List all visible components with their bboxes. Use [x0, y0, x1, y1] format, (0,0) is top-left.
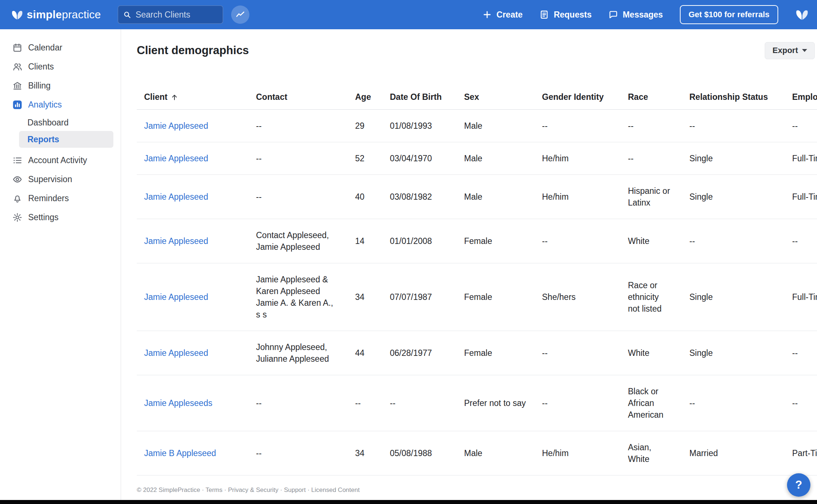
footer-link[interactable]: Privacy & Security [228, 486, 278, 493]
table-cell: He/him [542, 175, 628, 219]
table-cell: Race or ethnicity not listed [628, 263, 689, 331]
table-cell: Part-Time [792, 431, 817, 475]
table-cell: -- [256, 431, 355, 475]
table-cell: Jamie Appleseed [137, 263, 256, 331]
table-cell: 07/07/1987 [390, 263, 464, 331]
client-link[interactable]: Jamie Appleseed [144, 192, 208, 202]
bottom-strip [0, 500, 817, 504]
logo-regular: practice [62, 8, 101, 20]
table-cell: Contact Appleseed, Jamie Appleseed [256, 219, 355, 263]
create-button[interactable]: Create [482, 10, 523, 20]
table-cell: -- [689, 219, 792, 263]
table-cell: -- [542, 110, 628, 142]
sidebar-item-analytics[interactable]: Analytics [0, 95, 121, 114]
sort-ascending-icon [171, 94, 178, 101]
gear-icon [12, 212, 22, 222]
sidebar-item-label: Billing [28, 81, 50, 91]
sidebar-item-label: Settings [28, 212, 59, 222]
table-cell: -- [628, 142, 689, 175]
sidebar-item-reminders[interactable]: Reminders [0, 189, 121, 208]
table-cell: Black or African American [628, 375, 689, 431]
client-link[interactable]: Jamie Appleseeds [144, 398, 212, 408]
sidebar-item-billing[interactable]: Billing [0, 76, 121, 95]
table-cell: Asian, White [628, 431, 689, 475]
client-link[interactable]: Jamie B Appleseed [144, 448, 216, 458]
sidebar-item-calendar[interactable]: Calendar [0, 38, 121, 57]
client-link[interactable]: Jamie Appleseed [144, 121, 208, 131]
column-header-client[interactable]: Client [137, 85, 256, 110]
search-input[interactable] [136, 10, 218, 20]
help-button[interactable]: ? [787, 473, 810, 497]
messages-label: Messages [623, 10, 663, 20]
table-cell: 52 [355, 142, 390, 175]
table-row: Jamie AppleseedJohnny Appleseed, Juliann… [137, 331, 817, 375]
column-header-date-of-birth[interactable]: Date Of Birth [390, 85, 464, 110]
table-cell: She/hers [542, 263, 628, 331]
table-cell: Full-Time [792, 263, 817, 331]
client-search[interactable] [118, 5, 223, 24]
table-row: Jamie Appleseed--5203/04/1970MaleHe/him-… [137, 142, 817, 175]
sidebar-item-label: Reports [27, 135, 59, 144]
table-cell: Jamie B Appleseed [137, 431, 256, 475]
plus-icon [482, 10, 492, 19]
table-cell: -- [792, 219, 817, 263]
sidebar: Calendar Clients Billing Analytics Dash [0, 29, 121, 500]
column-header-race[interactable]: Race [628, 85, 689, 110]
footer-link[interactable]: Support [284, 486, 306, 493]
table-cell: -- [689, 110, 792, 142]
table-cell: Jamie Appleseed [137, 142, 256, 175]
requests-button[interactable]: Requests [539, 10, 592, 20]
content-header: Client demographics Export [137, 42, 815, 59]
main-content: Client demographics Export Client Contac… [121, 29, 817, 500]
sidebar-item-supervision[interactable]: Supervision [0, 170, 121, 189]
messages-button[interactable]: Messages [609, 10, 663, 20]
client-link[interactable]: Jamie Appleseed [144, 348, 208, 358]
table-row: Jamie Appleseed--4003/08/1982MaleHe/himH… [137, 175, 817, 219]
column-label: Client [144, 92, 167, 102]
table-cell: Male [464, 431, 542, 475]
search-icon [123, 10, 131, 19]
client-link[interactable]: Jamie Appleseed [144, 236, 208, 246]
sidebar-item-account-activity[interactable]: Account Activity [0, 151, 121, 170]
client-link[interactable]: Jamie Appleseed [144, 154, 208, 163]
table-cell: -- [256, 110, 355, 142]
column-header-relationship-status[interactable]: Relationship Status [689, 85, 792, 110]
table-cell: -- [792, 375, 817, 431]
table-cell: 40 [355, 175, 390, 219]
table-cell: He/him [542, 142, 628, 175]
table-cell: -- [256, 375, 355, 431]
table-cell: 14 [355, 219, 390, 263]
sidebar-item-dashboard[interactable]: Dashboard [19, 114, 113, 131]
table-cell: 44 [355, 331, 390, 375]
table-cell: Female [464, 331, 542, 375]
referral-button[interactable]: Get $100 for referrals [680, 5, 778, 24]
copyright: © 2022 SimplePractice [137, 486, 200, 493]
sidebar-item-reports[interactable]: Reports [19, 131, 113, 148]
sidebar-item-label: Dashboard [27, 118, 69, 128]
sidebar-item-settings[interactable]: Settings [0, 208, 121, 227]
column-header-employment[interactable]: Employment [792, 85, 817, 110]
app-logo[interactable]: simplepractice [11, 8, 101, 21]
footer-link[interactable]: Licensed Content [311, 486, 359, 493]
client-link[interactable]: Jamie Appleseed [144, 292, 208, 302]
sidebar-item-label: Calendar [28, 43, 62, 53]
table-cell: -- [256, 142, 355, 175]
footer-link[interactable]: Terms [206, 486, 222, 493]
butterfly-icon [795, 8, 809, 21]
recent-activity-button[interactable] [231, 5, 249, 24]
column-header-age[interactable]: Age [355, 85, 390, 110]
table-cell: Single [689, 142, 792, 175]
sidebar-item-clients[interactable]: Clients [0, 57, 121, 76]
table-cell: Female [464, 263, 542, 331]
table-cell: Single [689, 175, 792, 219]
footer-separator: · [222, 486, 228, 493]
export-button[interactable]: Export [765, 42, 815, 59]
table-cell: Hispanic or Latinx [628, 175, 689, 219]
topbar: simplepractice Create Requests [0, 0, 817, 29]
chevron-down-icon [802, 49, 807, 52]
column-header-sex[interactable]: Sex [464, 85, 542, 110]
table-row: Jamie Appleseeds------Prefer not to say-… [137, 375, 817, 431]
column-header-gender-identity[interactable]: Gender Identity [542, 85, 628, 110]
table-cell: He/him [542, 431, 628, 475]
column-header-contact[interactable]: Contact [256, 85, 355, 110]
